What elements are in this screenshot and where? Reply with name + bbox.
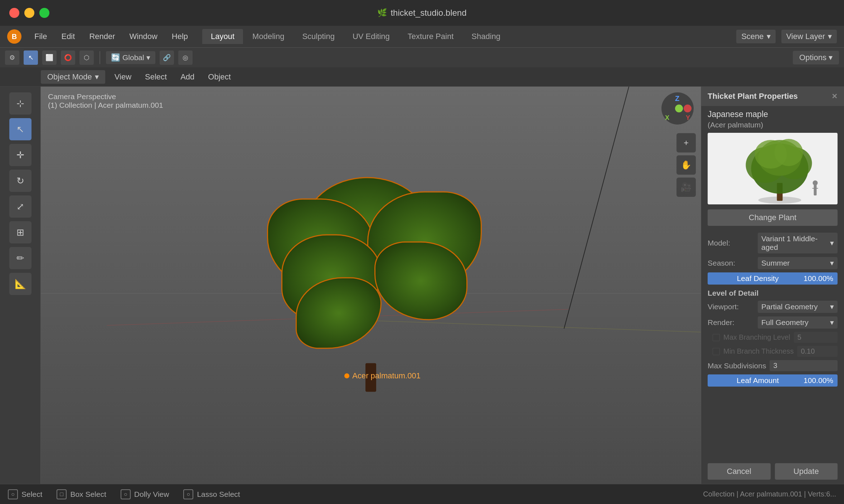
plant-preview-svg [708, 133, 838, 204]
viewport[interactable]: Camera Perspective (1) Collection | Acer… [41, 87, 701, 484]
axis-dot-red [684, 105, 692, 112]
panel-title: Thicket Plant Properties [708, 92, 798, 101]
menu-window[interactable]: Window [122, 30, 165, 43]
workspace-tabs: Layout Modeling Sculpting UV Editing Tex… [202, 29, 509, 44]
max-branching-row: Max Branching Level 5 [701, 330, 844, 344]
object-mode-selector[interactable]: Object Mode ▾ [41, 70, 105, 84]
tab-texture-paint[interactable]: Texture Paint [399, 29, 462, 44]
minimize-button[interactable] [24, 8, 34, 18]
max-branching-checkbox[interactable] [713, 334, 720, 341]
menu-help[interactable]: Help [165, 30, 195, 43]
menu-add[interactable]: Add [176, 70, 199, 84]
menu-file[interactable]: File [27, 30, 54, 43]
menu-view[interactable]: View [110, 70, 136, 84]
select-tool[interactable]: ↖ [9, 118, 31, 140]
scene-chevron: ▾ [767, 32, 771, 41]
tab-modeling[interactable]: Modeling [244, 29, 293, 44]
max-branching-label: Max Branching Level [723, 333, 790, 341]
panel-close-btn[interactable]: ✕ [831, 92, 838, 101]
season-row: Season: Summer ▾ [701, 255, 844, 271]
status-select: ○ Select [8, 489, 42, 499]
move-tool[interactable]: ✛ [9, 144, 31, 166]
scale-tool[interactable]: ⤢ [9, 195, 31, 218]
measure-tool[interactable]: 📐 [9, 273, 31, 295]
transform-selector[interactable]: 🔄 Global ▾ [106, 51, 155, 64]
tab-uv-editing[interactable]: UV Editing [344, 29, 398, 44]
axis-dot-green [675, 105, 683, 112]
view-layer-selector[interactable]: View Layer ▾ [781, 30, 837, 43]
render-selector[interactable]: Full Geometry ▾ [758, 316, 838, 329]
left-toolbar: ⊹ ↖ ✛ ↻ ⤢ ⊞ ✏ 📐 [0, 87, 41, 484]
status-dolly: ○ Dolly View [121, 489, 169, 499]
menu-object[interactable]: Object [204, 70, 235, 84]
render-label: Render: [708, 318, 754, 327]
axes-widget[interactable]: Z Y X [661, 92, 694, 125]
season-selector[interactable]: Summer ▾ [758, 257, 838, 269]
lasso-icon: ○ [183, 489, 193, 499]
menu-select[interactable]: Select [141, 70, 171, 84]
annotate-tool[interactable]: ✏ [9, 247, 31, 269]
object-label: Acer palmatum.001 [344, 371, 421, 381]
title-bar: 🌿 thicket_studio.blend [0, 0, 844, 26]
tab-layout[interactable]: Layout [202, 29, 243, 44]
options-button[interactable]: Options ▾ [793, 51, 839, 64]
mode-label: Object Mode [47, 72, 92, 82]
maximize-button[interactable] [39, 8, 49, 18]
leaf-density-slider[interactable]: Leaf Density 100.00% [708, 272, 838, 285]
camera-view-btn[interactable]: 🎥 [676, 178, 696, 197]
toolbar-row: ⚙ ↖ ⬜ ⭕ ⬡ 🔄 Global ▾ 🔗 ◎ Options ▾ [0, 47, 844, 67]
cursor-tool[interactable]: ⊹ [9, 92, 31, 115]
close-button[interactable] [9, 8, 19, 18]
viewport-row: Viewport: Partial Geometry ▾ [701, 299, 844, 315]
tab-shading[interactable]: Shading [463, 29, 509, 44]
viewport-chevron: ▾ [830, 302, 834, 311]
mode-icon-btn[interactable]: ⚙ [5, 50, 19, 65]
plant-name-main: Japanese maple [701, 106, 844, 120]
collection-label: (1) Collection | Acer palmatum.001 [48, 101, 163, 110]
scene-selector[interactable]: Scene ▾ [736, 30, 775, 43]
season-label: Season: [708, 259, 754, 267]
axis-y-label: Y [686, 114, 690, 122]
box-select-icon: □ [57, 489, 67, 499]
status-bar: ○ Select □ Box Select ○ Dolly View ○ Las… [0, 484, 844, 504]
viewport-selector[interactable]: Partial Geometry ▾ [758, 301, 838, 313]
select-cursor-btn[interactable]: ↖ [24, 50, 38, 65]
view-layer-label: View Layer [786, 32, 825, 41]
dolly-label: Dolly View [134, 490, 169, 499]
box-select-btn[interactable]: ⬜ [42, 50, 57, 65]
axis-x-label: X [665, 114, 669, 122]
max-branching-value: 5 [794, 332, 838, 343]
change-plant-button[interactable]: Change Plant [708, 209, 838, 226]
transform-tool[interactable]: ⊞ [9, 221, 31, 243]
toolbar-divider-1 [100, 51, 100, 64]
svg-point-10 [813, 180, 818, 185]
render-row: Render: Full Geometry ▾ [701, 315, 844, 330]
snap-btn[interactable]: 🔗 [160, 50, 174, 65]
zoom-in-btn[interactable]: + [676, 133, 696, 152]
min-branch-checkbox[interactable] [713, 348, 720, 355]
proportional-btn[interactable]: ◎ [178, 50, 193, 65]
menu-edit[interactable]: Edit [54, 30, 82, 43]
leaf-amount-label: Leaf Amount [737, 376, 779, 385]
box-select-label: Box Select [70, 490, 106, 499]
update-button[interactable]: Update [775, 463, 838, 480]
cancel-button[interactable]: Cancel [708, 463, 771, 480]
tab-sculpting[interactable]: Sculpting [294, 29, 343, 44]
circle-select-btn[interactable]: ⭕ [61, 50, 75, 65]
pan-btn[interactable]: ✋ [676, 155, 696, 175]
lasso-select-btn[interactable]: ⬡ [79, 50, 94, 65]
dolly-icon: ○ [121, 489, 131, 499]
model-selector[interactable]: Variant 1 Middle-aged ▾ [758, 233, 838, 253]
action-row: Cancel Update [701, 459, 844, 484]
transform-label: Global ▾ [122, 53, 150, 62]
viewport-info: Camera Perspective (1) Collection | Acer… [48, 92, 163, 110]
leaf-amount-slider[interactable]: Leaf Amount 100.00% [708, 374, 838, 387]
mode-row: Object Mode ▾ View Select Add Object [0, 67, 844, 87]
top-right-controls: Scene ▾ View Layer ▾ [736, 30, 837, 43]
transform-icon: 🔄 [111, 53, 120, 62]
rotate-tool[interactable]: ↻ [9, 170, 31, 192]
model-chevron: ▾ [830, 239, 834, 247]
menu-render[interactable]: Render [82, 30, 122, 43]
blender-logo: B [7, 29, 21, 44]
min-branch-value: 0.10 [797, 346, 838, 357]
